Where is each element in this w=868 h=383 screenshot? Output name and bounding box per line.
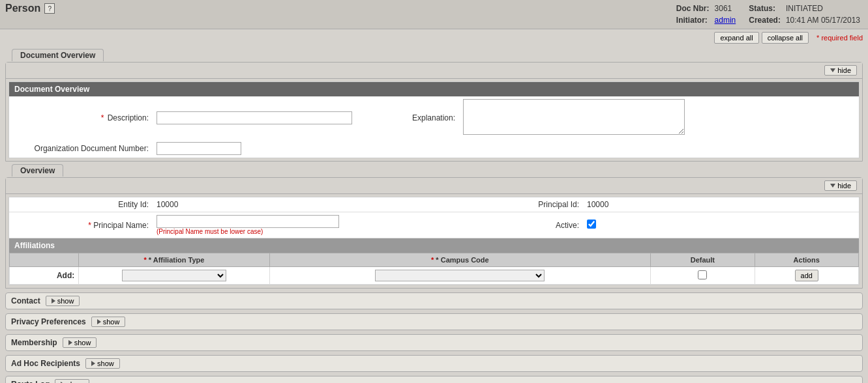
triangle-down-icon [830,68,835,72]
entity-id-label: Entity Id: [118,200,149,209]
doc-overview-inner-header: Document Overview [9,82,859,96]
add-col-header [10,253,79,267]
show-button-0[interactable]: show [46,296,80,306]
collapsed-title-1: Privacy Preferences [11,317,86,326]
org-doc-number-input[interactable] [157,142,241,155]
affiliation-type-select[interactable] [122,270,226,281]
triangle-right-icon-0 [52,298,55,304]
affiliations-add-row: Add: [10,267,859,285]
collapsed-section-4: Route Log show [5,376,863,383]
show-button-2[interactable]: show [63,337,97,348]
collapsed-section-0: Contact show [5,292,863,309]
affiliation-type-header: * * Affiliation Type [79,253,269,267]
collapsed-section-2: Membership show [5,334,863,351]
principal-name-hint: (Principal Name must be lower case) [157,228,462,235]
show-button-3[interactable]: show [85,358,120,369]
collapsed-title-0: Contact [11,296,40,305]
overview-hide-button[interactable]: hide [824,180,857,191]
add-row-label: Add: [10,267,79,285]
principal-id-value: 10000 [587,200,608,209]
status-value: INITIATED [786,4,823,13]
collapse-all-button[interactable]: collapse all [762,32,809,44]
doc-nbr-label: Doc Nbr: [676,4,710,13]
add-affiliation-button[interactable]: add [795,270,818,281]
collapsed-section-3: Ad Hoc Recipients show [5,355,863,372]
explanation-label: Explanation: [412,113,455,122]
default-checkbox[interactable] [698,270,707,279]
description-required-star: * [101,113,104,122]
doc-overview-hide-button[interactable]: hide [824,65,857,76]
description-label: Description: [108,113,149,122]
campus-code-header: * * Campus Code [269,253,651,267]
org-doc-number-label: Organization Document Number: [35,144,149,153]
status-label: Status: [749,4,775,13]
principal-id-label: Principal Id: [538,200,579,209]
initiator-value[interactable]: admin [715,16,736,25]
initiator-label: Initiator: [676,16,708,25]
default-header: Default [651,253,755,267]
collapsed-title-3: Ad Hoc Recipients [11,359,80,368]
triangle-right-icon-1 [97,319,101,324]
triangle-right-icon-3 [91,361,95,366]
triangle-down-icon-2 [830,184,835,188]
active-label: Active: [556,221,579,230]
actions-header: Actions [755,253,858,267]
entity-id-value: 10000 [157,200,178,209]
campus-code-select[interactable] [375,270,545,281]
created-value: 10:41 AM 05/17/2013 [786,16,860,25]
active-checkbox[interactable] [587,220,596,229]
affiliations-header: Affiliations [9,238,859,253]
explanation-textarea[interactable] [463,99,685,135]
page-title: Person [5,3,40,14]
doc-nbr-value: 3061 [715,4,732,13]
help-icon[interactable]: ? [44,3,55,14]
principal-name-input[interactable] [157,215,339,228]
collapsed-title-2: Membership [11,338,57,347]
collapsed-section-1: Privacy Preferences show [5,313,863,330]
principal-name-required-star: * [88,221,91,230]
created-label: Created: [749,16,781,25]
triangle-right-icon-2 [68,340,72,345]
required-note: * required field [816,34,863,42]
overview-tab: Overview [12,164,63,177]
document-overview-tab: Document Overview [12,49,104,61]
description-input[interactable] [157,111,352,124]
collapsed-title-4: Route Log [11,380,50,383]
principal-name-label: Principal Name: [93,221,149,230]
expand-all-button[interactable]: expand all [714,32,758,44]
show-button-4[interactable]: show [55,379,89,383]
show-button-1[interactable]: show [91,317,126,327]
